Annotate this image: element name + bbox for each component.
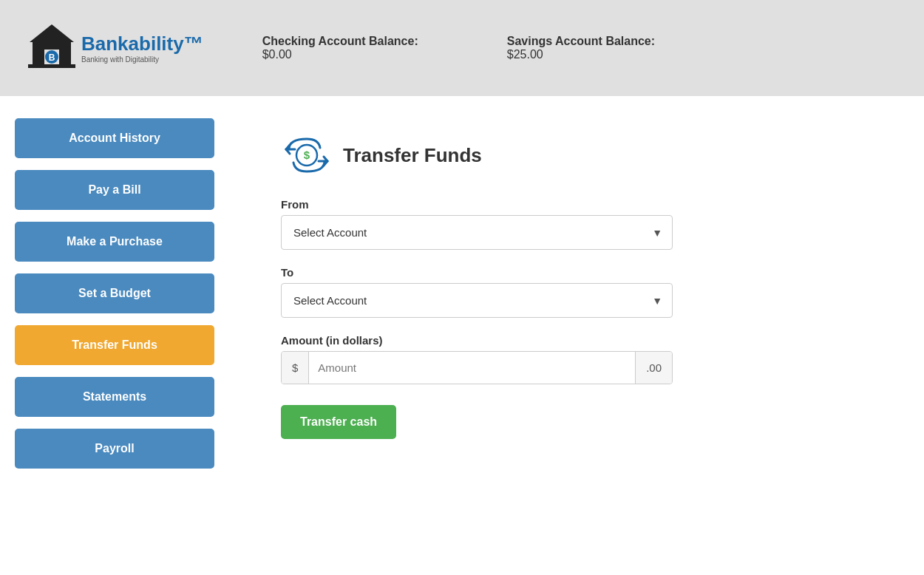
app-header: B Bankability™ Banking with Digitability… bbox=[0, 0, 924, 96]
main-container: Account History Pay a Bill Make a Purcha… bbox=[0, 96, 924, 491]
amount-input[interactable] bbox=[309, 352, 635, 384]
svg-text:$: $ bbox=[304, 149, 310, 161]
from-select-wrapper: Select Account Checking Account Savings … bbox=[281, 215, 673, 250]
transfer-panel-title: Transfer Funds bbox=[343, 144, 482, 167]
payroll-button[interactable]: Payroll bbox=[15, 429, 214, 469]
logo-name: Bankability™ bbox=[81, 33, 203, 55]
content-area: $ Transfer Funds From bbox=[259, 118, 909, 469]
account-history-button[interactable]: Account History bbox=[15, 118, 214, 158]
bank-icon: B bbox=[22, 18, 81, 78]
transfer-funds-button[interactable]: Transfer Funds bbox=[15, 325, 214, 365]
savings-balance-label: Savings Account Balance: bbox=[507, 35, 655, 48]
amount-label: Amount (in dollars) bbox=[281, 334, 887, 347]
pay-a-bill-button[interactable]: Pay a Bill bbox=[15, 170, 214, 210]
from-group: From Select Account Checking Account Sav… bbox=[281, 198, 887, 250]
savings-balance-value: $25.00 bbox=[507, 48, 655, 61]
amount-row: $ .00 bbox=[281, 351, 673, 384]
logo-tagline: Banking with Digitability bbox=[81, 55, 203, 64]
from-account-select[interactable]: Select Account Checking Account Savings … bbox=[281, 215, 673, 250]
logo-text: Bankability™ Banking with Digitability bbox=[81, 33, 203, 64]
transfer-icon-wrap: $ bbox=[281, 133, 333, 177]
svg-rect-5 bbox=[28, 64, 75, 68]
amount-prefix: $ bbox=[282, 352, 309, 384]
amount-group: Amount (in dollars) $ .00 bbox=[281, 334, 887, 384]
from-label: From bbox=[281, 198, 887, 211]
sidebar: Account History Pay a Bill Make a Purcha… bbox=[15, 118, 214, 469]
to-select-wrapper: Select Account Checking Account Savings … bbox=[281, 283, 673, 318]
savings-balance: Savings Account Balance: $25.00 bbox=[507, 35, 655, 61]
svg-marker-0 bbox=[30, 24, 74, 42]
make-a-purchase-button[interactable]: Make a Purchase bbox=[15, 222, 214, 262]
checking-balance: Checking Account Balance: $0.00 bbox=[262, 35, 418, 61]
set-a-budget-button[interactable]: Set a Budget bbox=[15, 273, 214, 313]
svg-text:B: B bbox=[49, 52, 55, 63]
transfer-funds-icon: $ bbox=[282, 135, 332, 176]
amount-suffix: .00 bbox=[635, 352, 672, 384]
transfer-header: $ Transfer Funds bbox=[281, 133, 887, 177]
logo: B Bankability™ Banking with Digitability bbox=[22, 18, 203, 78]
to-label: To bbox=[281, 266, 887, 279]
to-group: To Select Account Checking Account Savin… bbox=[281, 266, 887, 318]
transfer-cash-button[interactable]: Transfer cash bbox=[281, 405, 396, 439]
to-account-select[interactable]: Select Account Checking Account Savings … bbox=[281, 283, 673, 318]
balance-area: Checking Account Balance: $0.00 Savings … bbox=[262, 35, 655, 61]
statements-button[interactable]: Statements bbox=[15, 377, 214, 417]
checking-balance-value: $0.00 bbox=[262, 48, 418, 61]
checking-balance-label: Checking Account Balance: bbox=[262, 35, 418, 48]
